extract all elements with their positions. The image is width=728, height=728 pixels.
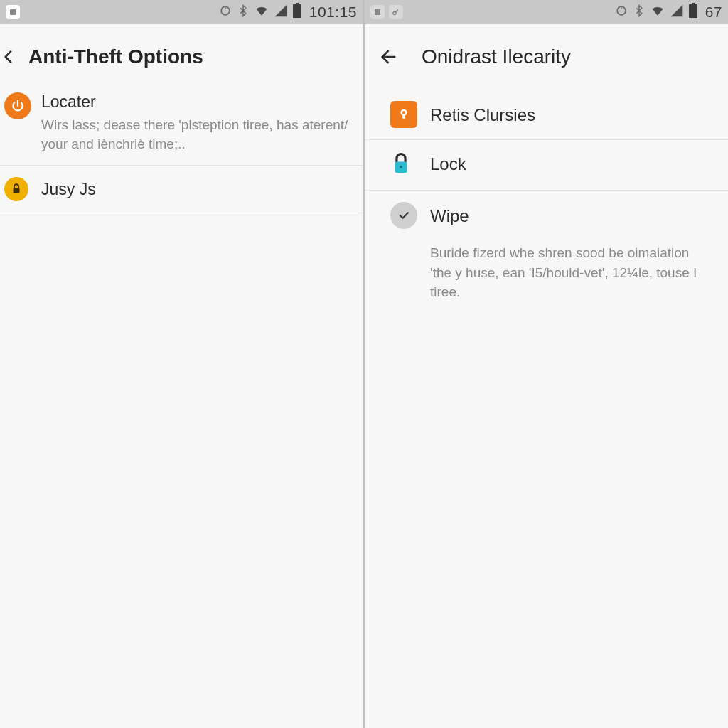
list-item-jusy[interactable]: Jusy Js [0, 166, 363, 213]
signal-icon [670, 4, 684, 21]
item-title: Locater [41, 91, 350, 113]
battery-icon [292, 3, 302, 22]
svg-rect-8 [692, 3, 695, 4]
list-item-lock[interactable]: Lock [365, 140, 728, 191]
page-title: Anti-Theft Options [28, 46, 203, 68]
item-desc: Wirs lass; dease there 'plsteption tiree… [41, 116, 350, 154]
arrow-left-icon [379, 47, 399, 67]
clock-text: 101:15 [309, 4, 357, 21]
battery-icon [688, 3, 698, 22]
wifi-icon [254, 4, 269, 21]
item-title: Wipe [430, 205, 715, 228]
sync-icon [614, 4, 628, 21]
app-bar: Onidrast Ilecarity [365, 24, 728, 90]
list-item-locater[interactable]: Locater Wirs lass; dease there 'plstepti… [0, 90, 363, 166]
back-button[interactable] [373, 41, 405, 73]
bluetooth-icon [633, 4, 646, 21]
screen-onidrast: 67 Onidrast Ilecarity [364, 0, 728, 728]
svg-rect-0 [10, 9, 16, 15]
clock-text: 67 [705, 4, 722, 21]
app-icon [390, 101, 417, 128]
key-icon [389, 5, 403, 19]
svg-rect-3 [293, 4, 301, 18]
lock-badge-icon [4, 177, 28, 201]
item-title: Retis Clursies [430, 104, 715, 127]
arrow-left-icon [0, 48, 18, 66]
bluetooth-icon [237, 4, 250, 21]
svg-rect-4 [14, 188, 20, 194]
page-title: Onidrast Ilecarity [422, 46, 571, 68]
wifi-icon [650, 4, 665, 21]
settings-list: Locater Wirs lass; dease there 'plstepti… [0, 90, 363, 213]
notification-icon [370, 5, 385, 19]
list-item-retis[interactable]: Retis Clursies [365, 90, 728, 140]
app-bar: Anti-Theft Options [0, 24, 363, 90]
svg-rect-5 [375, 9, 380, 15]
status-bar: 67 [365, 0, 728, 24]
status-bar: 101:15 [0, 0, 363, 24]
svg-point-14 [400, 166, 402, 168]
item-title: Jusy Js [41, 178, 350, 200]
back-button[interactable] [0, 41, 24, 73]
list-item-wipe[interactable]: Wipe [365, 191, 728, 233]
sync-icon [218, 4, 232, 21]
notification-icon [6, 5, 20, 19]
svg-rect-9 [689, 4, 697, 18]
wipe-description: Buride fizerd whe shren sood be oimaiati… [365, 233, 728, 312]
item-title: Lock [430, 153, 715, 176]
svg-point-12 [402, 111, 405, 114]
svg-rect-2 [296, 3, 299, 4]
svg-point-6 [393, 12, 396, 15]
signal-icon [274, 4, 288, 21]
check-icon [390, 202, 417, 229]
power-icon [4, 92, 31, 119]
lock-icon [390, 151, 412, 178]
screen-anti-theft: 101:15 Anti-Theft Options [0, 0, 364, 728]
svg-rect-11 [402, 115, 405, 119]
settings-list: Retis Clursies Lock [365, 90, 728, 312]
